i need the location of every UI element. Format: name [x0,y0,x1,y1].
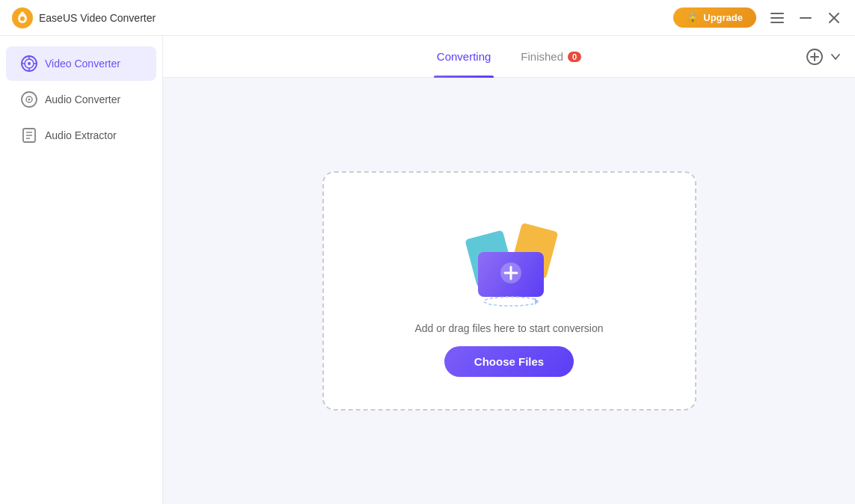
sidebar-label-video-converter: Video Converter [45,58,120,70]
svg-rect-5 [800,17,812,19]
svg-point-10 [28,62,31,65]
svg-marker-32 [535,298,538,305]
svg-point-17 [28,99,31,101]
video-converter-icon [21,55,37,72]
audio-extractor-icon [21,127,37,144]
svg-point-1 [20,16,25,21]
title-bar-left: EaseUS Video Converter [12,7,156,28]
sidebar-item-audio-converter[interactable]: Audio Converter [6,82,156,117]
finished-badge: 0 [568,52,581,62]
tab-finished-label: Finished 0 [521,50,581,63]
window-controls [768,9,843,27]
folder-illustration [450,206,569,310]
tab-bar: Converting Finished 0 [163,36,855,78]
minimize-button[interactable] [797,9,815,27]
tab-bar-actions [804,46,843,67]
upgrade-button[interactable]: 🔒 Upgrade [673,7,756,28]
dropdown-button[interactable] [828,46,843,67]
app-title: EaseUS Video Converter [39,12,156,24]
svg-rect-2 [770,13,784,14]
sidebar-label-audio-extractor: Audio Extractor [45,129,117,141]
sidebar-item-audio-extractor[interactable]: Audio Extractor [6,118,156,153]
tab-converting[interactable]: Converting [434,36,494,78]
drop-zone-container: Add or drag files here to start conversi… [163,78,855,504]
close-button[interactable] [825,9,843,27]
choose-files-button[interactable]: Choose Files [444,346,574,377]
sidebar-label-audio-converter: Audio Converter [45,93,120,105]
drop-hint-text: Add or drag files here to start conversi… [414,322,603,334]
menu-button[interactable] [768,9,786,27]
drop-zone[interactable]: Add or drag files here to start conversi… [322,171,696,411]
app-logo-icon [12,7,33,28]
tab-finished[interactable]: Finished 0 [518,36,584,78]
tab-bar-left: Converting Finished 0 [178,36,840,78]
svg-rect-4 [770,22,784,23]
title-bar: EaseUS Video Converter 🔒 Upgrade [0,0,855,36]
tab-converting-label: Converting [437,50,491,63]
main-layout: Video Converter Audio Converter [0,36,855,504]
title-bar-right: 🔒 Upgrade [673,7,843,28]
content-area: Converting Finished 0 [163,36,855,504]
audio-converter-icon [21,91,37,108]
add-file-button[interactable] [804,46,825,67]
svg-rect-3 [770,17,784,19]
lock-icon: 🔒 [687,12,699,23]
upgrade-label: Upgrade [703,12,743,23]
sidebar-item-video-converter[interactable]: Video Converter [6,46,156,81]
svg-point-31 [484,297,538,306]
sidebar: Video Converter Audio Converter [0,36,163,504]
